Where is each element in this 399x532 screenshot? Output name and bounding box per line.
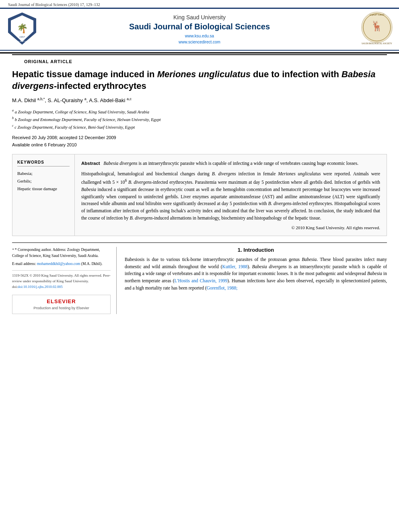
svg-text:🦌: 🦌 bbox=[371, 20, 383, 32]
elsevier-tagline: Production and hosting by Elsevier bbox=[16, 306, 106, 311]
svg-text:🌴: 🌴 bbox=[17, 23, 28, 34]
url2: www.sciencedirect.com bbox=[48, 39, 351, 45]
title-part3: -infected erythrocytes bbox=[54, 81, 146, 91]
introduction-heading: 1. Introduction bbox=[125, 247, 387, 253]
cite-kuttler: Kuttler, 1988 bbox=[222, 264, 248, 269]
header-inner: 🌴 1957 جامعة الملك سعود King Saud Univer… bbox=[0, 9, 399, 50]
university-name: King Saud University bbox=[48, 14, 351, 21]
title-part2: due to infection with bbox=[251, 69, 341, 79]
dates: Received 20 July 2008; accepted 12 Decem… bbox=[12, 134, 387, 148]
northern-text: northern bbox=[125, 278, 140, 283]
keywords-box: KEYWORDS Babesia; Gerbils; Hepatic tissu… bbox=[12, 154, 75, 235]
svg-text:1957: 1957 bbox=[19, 35, 25, 39]
sbs-logo-container: 🦌 SAUDI BIOLOGICAL SOCIETY الجمعية السعو… bbox=[351, 11, 395, 47]
article-body: ORIGINAL ARTICLE Hepatic tissue damage i… bbox=[0, 54, 399, 314]
abstract-label: Abstract bbox=[81, 161, 100, 166]
bottom-section: * * Corresponding author. Address: Zoolo… bbox=[12, 242, 387, 314]
received-date: Received 20 July 2008; accepted 12 Decem… bbox=[12, 134, 387, 142]
bottom-left-column: * * Corresponding author. Address: Zoolo… bbox=[12, 247, 117, 314]
title-part1: Hepatic tissue damage induced in bbox=[12, 69, 157, 79]
keyword-1: Babesia; bbox=[17, 170, 70, 177]
available-date: Available online 6 February 2010 bbox=[12, 142, 387, 149]
keyword-2: Gerbils; bbox=[17, 177, 70, 185]
ksu-logo-container: 🌴 1957 جامعة الملك سعود bbox=[4, 10, 48, 48]
doi-text: doi:doi:10.1016/j.sjbs.2010.02.005 bbox=[12, 284, 111, 290]
abstract-section: KEYWORDS Babesia; Gerbils; Hepatic tissu… bbox=[12, 154, 387, 236]
doi-link[interactable]: doi:10.1016/j.sjbs.2010.02.005 bbox=[18, 285, 63, 289]
keywords-list: Babesia; Gerbils; Hepatic tissue damage bbox=[17, 170, 70, 192]
journal-name: Saudi Journal of Biological Sciences bbox=[48, 22, 351, 31]
url1: www.ksu.edu.sa bbox=[48, 33, 351, 39]
abstract-text-box: Abstract Babesia divergens is an intraer… bbox=[75, 154, 387, 235]
article-type: ORIGINAL ARTICLE bbox=[12, 54, 387, 66]
header-center: King Saud University Saudi Journal of Bi… bbox=[48, 14, 351, 45]
elsevier-block: ELSEVIER Production and hosting by Elsev… bbox=[12, 295, 111, 314]
keywords-heading: KEYWORDS bbox=[17, 160, 70, 166]
page: Saudi Journal of Biological Sciences (20… bbox=[0, 0, 399, 532]
sbs-logo-icon: 🦌 SAUDI BIOLOGICAL SOCIETY الجمعية السعو… bbox=[359, 11, 395, 47]
abstract-para1: Abstract Babesia divergens is an intraer… bbox=[81, 160, 380, 167]
journal-citation: Saudi Journal of Biological Sciences (20… bbox=[0, 0, 399, 8]
affiliation-a: a a Zoology Department, College of Scien… bbox=[12, 108, 387, 115]
abstract-para2: Histopathological, hematological and bio… bbox=[81, 170, 380, 222]
cite-lhostis: L'Hostis and Chauvin, 1999 bbox=[175, 278, 228, 283]
svg-text:SAUDI BIOLOGICAL SOCIETY: SAUDI BIOLOGICAL SOCIETY bbox=[362, 42, 392, 45]
title-italic1: Meriones ungliculatus bbox=[157, 69, 251, 79]
copyright: © 2010 King Saud University. All rights … bbox=[81, 225, 380, 230]
cite-gorenflot: Gorenflot, 1988; bbox=[207, 286, 238, 290]
corresponding-note: * * Corresponding author. Address: Zoolo… bbox=[12, 247, 111, 259]
journal-header: Saudi Journal of Biological Sciences (20… bbox=[0, 0, 399, 53]
bottom-right-column: 1. Introduction Babesiosis is due to var… bbox=[125, 247, 387, 314]
ksu-logo-icon: 🌴 1957 جامعة الملك سعود bbox=[4, 10, 40, 47]
issn-text: 1319-562X © 2010 King Saud University. A… bbox=[12, 273, 111, 284]
affiliation-c: c c Zoology Department, Faculty of Scien… bbox=[12, 123, 387, 130]
issn-block: 1319-562X © 2010 King Saud University. A… bbox=[12, 270, 111, 290]
article-title: Hepatic tissue damage induced in Merione… bbox=[12, 69, 387, 92]
authors: M.A. Dkhil a,b,*, S. AL-Quraishy a, A.S.… bbox=[12, 97, 387, 103]
header-urls: www.ksu.edu.sa www.sciencedirect.com bbox=[48, 33, 351, 45]
keyword-3: Hepatic tissue damage bbox=[17, 185, 70, 193]
email-note: E-mail address: mohameddkhil@yahoo.com (… bbox=[12, 261, 111, 267]
author-list: M.A. Dkhil a,b,*, S. AL-Quraishy a, A.S.… bbox=[12, 97, 132, 103]
affiliation-b: b b Zoology and Entomology Department, F… bbox=[12, 116, 387, 123]
affiliations: a a Zoology Department, College of Scien… bbox=[12, 108, 387, 131]
email-link[interactable]: mohameddkhil@yahoo.com bbox=[37, 262, 80, 266]
elsevier-name: ELSEVIER bbox=[16, 298, 106, 306]
introduction-text: Babesiosis is due to various tick-borne … bbox=[125, 256, 387, 292]
